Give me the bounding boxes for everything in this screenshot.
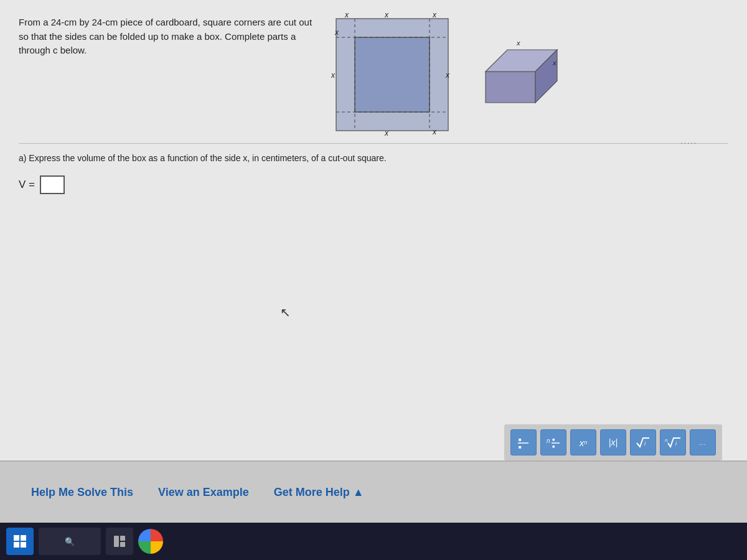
problem-section: From a 24-cm by 24-cm piece of cardboard… [19, 12, 728, 137]
svg-text:■: ■ [519, 444, 522, 450]
svg-text:n: n [547, 437, 550, 444]
svg-text:i: i [644, 441, 646, 447]
nth-root-btn[interactable]: n i [660, 429, 686, 455]
svg-text:x: x [344, 12, 349, 19]
svg-text:x: x [552, 59, 557, 67]
volume-expression: V = [19, 175, 728, 194]
more-math-btn[interactable]: ... [690, 429, 716, 455]
answer-input-box[interactable] [40, 175, 65, 194]
svg-text:■: ■ [552, 444, 555, 449]
svg-text:■: ■ [519, 437, 522, 442]
start-button[interactable] [6, 528, 34, 555]
box-3d-diagram: x x [473, 34, 560, 115]
svg-text:x: x [384, 129, 389, 137]
svg-rect-1 [355, 37, 430, 112]
volume-prefix: V = [19, 179, 35, 191]
chrome-button[interactable] [138, 529, 163, 554]
svg-text:x: x [516, 39, 520, 47]
svg-rect-32 [21, 535, 26, 541]
help-solve-button[interactable]: Help Me Solve This [31, 486, 133, 499]
get-more-help-button[interactable]: Get More Help ▲ [274, 486, 364, 499]
snap-button[interactable] [106, 528, 133, 555]
section-divider [19, 143, 728, 144]
bottom-action-bar: Help Me Solve This View an Example Get M… [0, 460, 747, 523]
mixed-fraction-btn[interactable]: n ■ ■ [540, 429, 566, 455]
svg-rect-31 [14, 535, 19, 541]
superscript-btn[interactable]: xn [570, 429, 596, 455]
svg-rect-33 [14, 542, 19, 548]
diagram-area: x x x x x x x x [330, 12, 560, 137]
svg-text:x: x [445, 71, 450, 80]
cursor-indicator: ↖ [280, 305, 291, 320]
svg-rect-35 [114, 536, 119, 547]
taskbar: 🔍 [0, 523, 747, 560]
svg-rect-36 [120, 536, 125, 541]
svg-rect-37 [120, 542, 125, 547]
svg-text:i: i [675, 441, 677, 447]
svg-text:x: x [432, 128, 437, 136]
svg-text:x: x [334, 28, 339, 37]
flat-cardboard-diagram: x x x x x x x x [330, 12, 454, 137]
view-example-button[interactable]: View an Example [158, 486, 249, 499]
main-content: From a 24-cm by 24-cm piece of cardboard… [0, 0, 747, 523]
svg-text:■: ■ [552, 437, 555, 442]
absolute-value-btn[interactable]: |x| [600, 429, 626, 455]
svg-marker-14 [486, 72, 535, 103]
svg-text:x: x [384, 12, 389, 19]
svg-text:n: n [665, 437, 668, 443]
svg-text:x: x [331, 71, 336, 80]
part-a-label: a) Express the volume of the box as a fu… [19, 153, 728, 163]
svg-text:x: x [432, 12, 437, 19]
search-button[interactable]: 🔍 [39, 528, 101, 555]
fraction-btn[interactable]: ■ ■ [510, 429, 537, 455]
dots-indicator: ..... [680, 137, 697, 146]
math-toolbar: ■ ■ n ■ ■ xn |x| i n [504, 424, 722, 460]
sqrt-btn[interactable]: i [630, 429, 656, 455]
svg-rect-34 [21, 542, 26, 548]
problem-description: From a 24-cm by 24-cm piece of cardboard… [19, 16, 317, 58]
